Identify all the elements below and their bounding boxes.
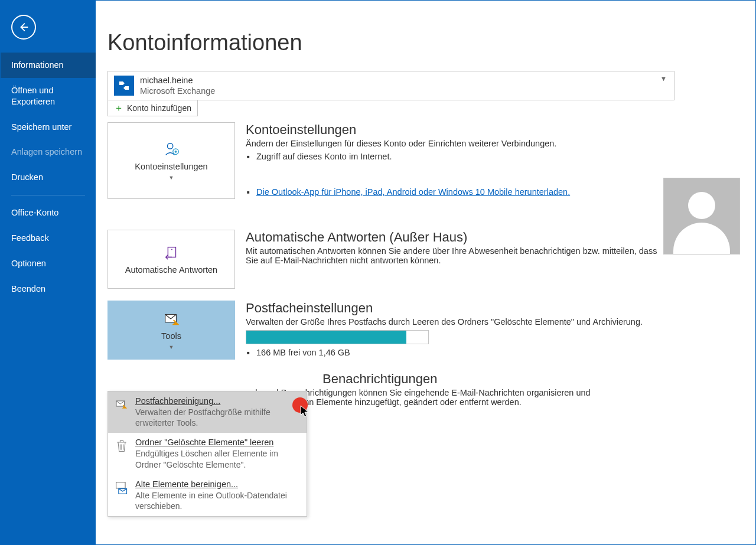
person-gear-icon — [162, 141, 180, 158]
nav-optionen[interactable]: Optionen — [1, 251, 96, 276]
auto-reply-icon — [162, 244, 180, 262]
tile-tools[interactable]: Tools ▼ — [107, 301, 235, 360]
section-title: Postfacheinstellungen — [246, 301, 744, 316]
svg-point-0 — [167, 143, 172, 149]
tile-account-settings[interactable]: Kontoeinstellungen ▼ — [107, 122, 235, 199]
account-server: Microsoft Exchange — [140, 86, 215, 96]
menu-empty-deleted[interactable]: Ordner "Gelöschte Elemente" leeren Endgü… — [108, 433, 307, 474]
plus-icon: ＋ — [114, 102, 123, 115]
chevron-down-icon: ▼ — [169, 175, 174, 181]
account-selector[interactable]: michael.heine Microsoft Exchange ▼ — [107, 71, 674, 100]
sidebar: InformationenÖffnen und ExportierenSpeic… — [1, 1, 96, 544]
back-arrow-icon — [17, 21, 30, 34]
svg-rect-3 — [168, 247, 175, 257]
tools-dropdown-menu: Postfachbereinigung... Verwalten der Pos… — [107, 391, 307, 517]
add-account-button[interactable]: ＋Konto hinzufügen — [107, 100, 198, 116]
trash-icon — [114, 438, 129, 469]
back-button[interactable] — [11, 15, 36, 40]
section-title: Benachrichtigungen — [322, 371, 744, 387]
menu-archive-old[interactable]: Alte Elemente bereinigen... Alte Element… — [108, 475, 307, 516]
nav-informationen[interactable]: Informationen — [1, 53, 96, 78]
exchange-icon — [114, 76, 134, 96]
highlight-marker — [292, 397, 308, 413]
nav-beenden[interactable]: Beenden — [1, 276, 96, 302]
nav-anlagen-speichern: Anlagen speichern — [1, 139, 96, 165]
nav-speichern-unter[interactable]: Speichern unter — [1, 115, 96, 140]
nav--ffnen-und-exportieren[interactable]: Öffnen und Exportieren — [1, 78, 96, 115]
nav-drucken[interactable]: Drucken — [1, 165, 96, 190]
tile-auto-reply[interactable]: Automatische Antworten — [107, 230, 235, 289]
bullet-text: Zugriff auf dieses Konto im Internet. — [256, 152, 744, 161]
mailbox-broom-icon — [162, 310, 180, 328]
nav-office-konto[interactable]: Office-Konto — [1, 200, 96, 226]
svg-point-4 — [171, 249, 172, 250]
svg-point-2 — [175, 151, 177, 153]
profile-avatar — [663, 178, 740, 254]
svg-rect-7 — [116, 482, 125, 488]
page-title: Kontoinformationen — [107, 30, 744, 56]
nav-feedback[interactable]: Feedback — [1, 226, 96, 251]
mailbox-broom-icon — [114, 396, 129, 428]
menu-mailbox-cleanup[interactable]: Postfachbereinigung... Verwalten der Pos… — [108, 391, 307, 433]
account-user: michael.heine — [140, 75, 215, 86]
mailbox-usage-bar — [246, 330, 429, 344]
dropdown-icon: ▼ — [660, 75, 667, 82]
download-app-link[interactable]: Die Outlook-App für iPhone, iPad, Androi… — [256, 187, 570, 197]
chevron-down-icon: ▼ — [169, 344, 174, 350]
archive-icon — [114, 479, 129, 511]
section-title: Kontoeinstellungen — [246, 122, 744, 138]
usage-text: 166 MB frei von 1,46 GB — [256, 348, 744, 357]
